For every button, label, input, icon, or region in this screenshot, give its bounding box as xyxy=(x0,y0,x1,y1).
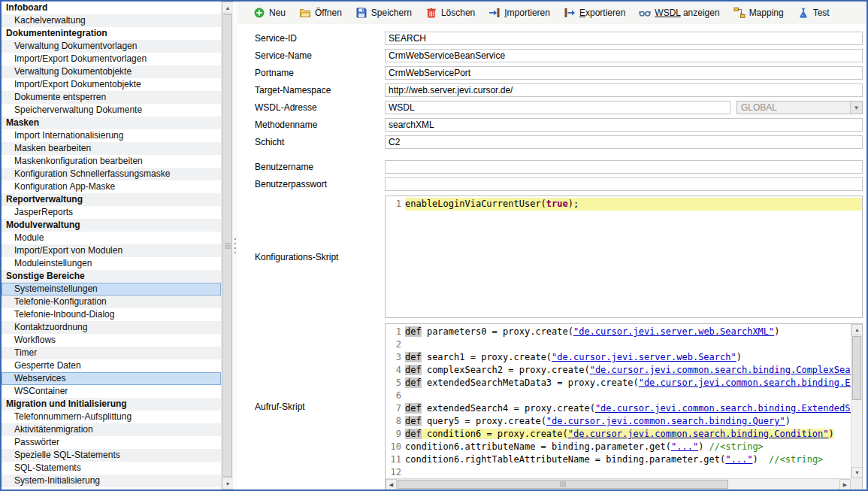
scroll-down-icon[interactable]: ▼ xyxy=(851,467,863,478)
code-line: def query5 = proxy.create("de.cursor.jev… xyxy=(405,415,851,428)
line-number: 8 xyxy=(386,415,401,428)
sidebar-item-aktivitaetenmigration[interactable]: Aktivitätenmigration xyxy=(2,423,221,436)
sidebar-item-verwaltung-dokumentvorlagen[interactable]: Verwaltung Dokumentvorlagen xyxy=(2,40,221,53)
call-script-editor[interactable]: 123456789101112def parameters0 = proxy.c… xyxy=(385,323,863,489)
sidebar-item-gesperrte-daten[interactable]: Gesperrte Daten xyxy=(2,359,221,372)
benutzerpasswort-input[interactable] xyxy=(385,177,863,191)
sidebar-item-sql-statements[interactable]: SQL-Statements xyxy=(2,462,221,474)
line-number: 5 xyxy=(386,377,401,389)
portname-row: Portname xyxy=(237,64,866,81)
sidebar-item-reportverwaltung[interactable]: Reportverwaltung xyxy=(2,193,221,206)
scroll-down-icon[interactable]: ▼ xyxy=(222,477,234,489)
line-number: 7 xyxy=(386,402,401,415)
toolbar: NeuÖffnenSpeichernLöschenImportierenExpo… xyxy=(237,2,866,24)
scroll-up-icon[interactable]: ▲ xyxy=(851,324,863,335)
export-icon xyxy=(564,7,576,19)
sidebar-item-telefonie-inbound-dialog[interactable]: Telefonie-Inbound-Dialog xyxy=(2,308,221,321)
horizontal-scrollbar-thumb[interactable] xyxy=(398,480,728,489)
service-name-label: Service-Name xyxy=(255,50,385,61)
sidebar-item-wscontainer[interactable]: WSContainer xyxy=(2,385,221,398)
service-id-label: Service-ID xyxy=(255,33,385,44)
sidebar-item-kachelverwaltung[interactable]: Kachelverwaltung xyxy=(2,14,221,27)
test-button[interactable]: Test xyxy=(791,5,836,21)
app-window: InfoboardKachelverwaltungDokumenteninteg… xyxy=(0,0,868,491)
sidebar-scrollbar[interactable]: ▲ ▼ xyxy=(221,2,233,489)
importieren-button[interactable]: Importieren xyxy=(482,5,557,21)
scroll-right-icon[interactable]: ▶ xyxy=(839,479,851,489)
code-line: def condition6 = proxy.create("de.cursor… xyxy=(405,428,851,441)
code-area[interactable]: def parameters0 = proxy.create("de.curso… xyxy=(405,324,851,478)
sidebar-item-passwoerter[interactable]: Passwörter xyxy=(2,436,221,449)
benutzername-input[interactable] xyxy=(385,160,863,174)
portname-input[interactable] xyxy=(385,66,863,80)
sidebar-item-konfiguration-app-maske[interactable]: Konfiguration App-Maske xyxy=(2,180,221,193)
methodenname-label: Methodenname xyxy=(255,120,385,130)
sidebar-item-telefonnummern-aufsplittung[interactable]: Telefonnummern-Aufsplittung xyxy=(2,411,221,423)
sidebar-item-konfiguration-schnellerfassungsmaske[interactable]: Konfiguration Schnellerfassungsmaske xyxy=(2,168,221,180)
sidebar-item-import-internationalisierung[interactable]: Import Internationalisierung xyxy=(2,129,221,142)
wsdl-adresse-row: WSDL-AdresseGLOBAL▾ xyxy=(237,99,866,116)
call-script-row: Aufruf-Skript 123456789101112def paramet… xyxy=(237,323,866,489)
code-area[interactable]: enableLoginViaCurrentUser(true); xyxy=(405,196,862,317)
service-id-row: Service-ID xyxy=(237,29,866,47)
sidebar-item-module[interactable]: Module xyxy=(2,232,221,244)
sidebar-item-import-export-dokumentobjekte[interactable]: Import/Export Dokumentobjekte xyxy=(2,78,221,91)
wsdl-adresse-label: WSDL-Adresse xyxy=(255,102,385,113)
sidebar-item-kontaktzuordnung[interactable]: Kontaktzuordnung xyxy=(2,321,221,334)
exportieren-button[interactable]: Exportieren xyxy=(557,5,632,21)
sidebar-item-verwaltung-dokumentobjekte[interactable]: Verwaltung Dokumentobjekte xyxy=(2,65,221,78)
webservice-form: Service-IDService-NamePortnameTarget-Nam… xyxy=(237,24,866,489)
sidebar-item-sonstige-bereiche[interactable]: Sonstige Bereiche xyxy=(2,270,221,283)
navigation-tree: InfoboardKachelverwaltungDokumenteninteg… xyxy=(2,2,221,487)
sidebar-item-moduleinstellungen[interactable]: Moduleinstellungen xyxy=(2,257,221,270)
neu-button[interactable]: Neu xyxy=(246,5,292,21)
sidebar-item-dokumentenintegration[interactable]: Dokumentenintegration xyxy=(2,27,221,40)
sidebar-item-spezielle-sql-statements[interactable]: Spezielle SQL-Statements xyxy=(2,449,221,462)
sidebar-item-speicherverwaltung-dokumente[interactable]: Speicherverwaltung Dokumente xyxy=(2,104,221,117)
sidebar-item-import-export-von-modulen[interactable]: Import/Export von Modulen xyxy=(2,244,221,257)
editor-vertical-scrollbar[interactable]: ▲ ▼ xyxy=(851,324,862,478)
mapping-button[interactable]: Mapping xyxy=(727,5,791,21)
sidebar-item-webservices[interactable]: Webservices xyxy=(2,372,221,385)
wsdl-anzeigen-button[interactable]: WSDL anzeigen xyxy=(632,5,726,21)
sidebar-item-telefonie-konfiguration[interactable]: Telefonie-Konfiguration xyxy=(2,296,221,308)
editor-horizontal-scrollbar[interactable]: ◀ ▶ xyxy=(386,478,851,489)
vertical-scrollbar-thumb[interactable] xyxy=(852,336,861,400)
scroll-left-icon[interactable]: ◀ xyxy=(386,479,397,489)
sidebar-item-workflows[interactable]: Workflows xyxy=(2,334,221,347)
sidebar-item-masken[interactable]: Masken xyxy=(2,117,221,129)
target-namespace-input[interactable] xyxy=(385,83,863,97)
toolbar-button-label: Öffnen xyxy=(315,8,342,18)
import-icon xyxy=(488,7,501,19)
wsdl-adresse-input[interactable] xyxy=(385,101,730,114)
toolbar-button-label: Test xyxy=(813,8,830,18)
sidebar-item-masken-bearbeiten[interactable]: Masken bearbeiten xyxy=(2,142,221,155)
oeffnen-button[interactable]: Öffnen xyxy=(292,5,349,21)
sidebar-item-maskenkonfiguration-bearbeiten[interactable]: Maskenkonfiguration bearbeiten xyxy=(2,155,221,168)
scroll-up-icon[interactable]: ▲ xyxy=(222,2,234,14)
sidebar-item-modulverwaltung[interactable]: Modulverwaltung xyxy=(2,219,221,232)
toolbar-button-label: Mapping xyxy=(749,8,784,18)
sidebar-item-import-export-dokumentvorlagen[interactable]: Import/Export Dokumentvorlagen xyxy=(2,53,221,65)
sidebar-item-migration-und-initialisierung[interactable]: Migration und Initialisierung xyxy=(2,398,221,411)
speichern-button[interactable]: Speichern xyxy=(349,5,419,21)
line-number: 4 xyxy=(386,364,401,377)
methodenname-input[interactable] xyxy=(385,118,863,132)
sidebar-scrollbar-thumb[interactable] xyxy=(222,14,232,477)
service-name-input[interactable] xyxy=(385,49,863,62)
schicht-input[interactable] xyxy=(385,135,863,149)
line-number: 3 xyxy=(386,351,401,364)
wsdl-adresse-combo[interactable]: GLOBAL▾ xyxy=(736,101,863,114)
sidebar-item-jasperreports[interactable]: JasperReports xyxy=(2,206,221,219)
sidebar-item-timer[interactable]: Timer xyxy=(2,347,221,359)
service-id-input[interactable] xyxy=(385,32,863,45)
sidebar-item-systemeinstellungen[interactable]: Systemeinstellungen xyxy=(2,283,221,296)
code-line: def extendedSearch4 = proxy.create("de.c… xyxy=(405,402,851,415)
config-script-editor[interactable]: 1enableLoginViaCurrentUser(true); xyxy=(385,195,863,318)
line-numbers: 1 xyxy=(386,196,405,317)
form-fields: Service-IDService-NamePortnameTarget-Nam… xyxy=(237,24,866,192)
sidebar-item-system-initialisierung[interactable]: System-Initialisierung xyxy=(2,474,221,487)
sidebar-item-dokumente-entsperren[interactable]: Dokumente entsperren xyxy=(2,91,221,104)
loeschen-button[interactable]: Löschen xyxy=(419,5,482,21)
sidebar-item-infoboard[interactable]: Infoboard xyxy=(2,2,221,14)
